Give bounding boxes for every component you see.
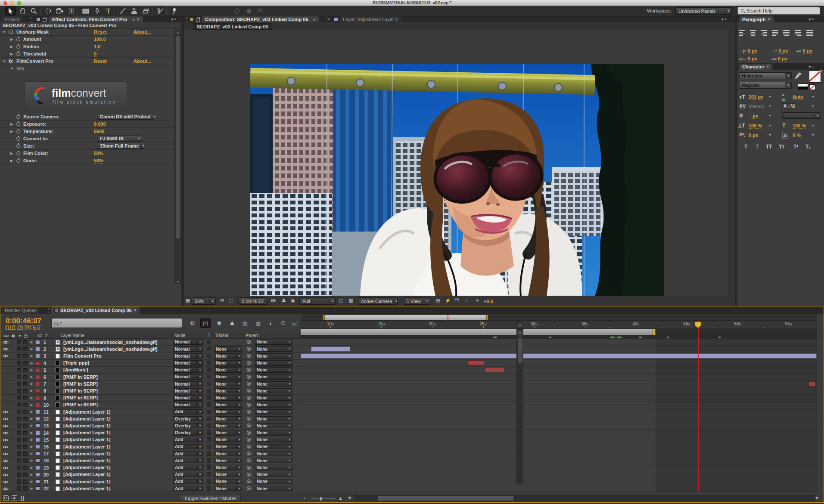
eye-icon[interactable] [3,452,9,456]
solo-checkbox[interactable] [17,347,21,351]
layer-label-chip[interactable] [36,410,40,414]
layer-duration-bar[interactable] [467,360,484,365]
subscript-button[interactable]: T₁ [805,144,811,150]
expand-arrow-icon[interactable]: ▶ [31,396,33,400]
solo-checkbox[interactable] [17,473,21,477]
layer-name[interactable]: [Adjustment Layer 1] [63,451,110,456]
lock-checkbox[interactable] [23,458,28,463]
solo-checkbox[interactable] [17,431,21,435]
close-icon[interactable]: ✕ [137,17,140,22]
selection-tool-icon[interactable] [5,6,16,15]
parent-dropdown[interactable]: None▼ [255,402,292,408]
work-area-bar[interactable] [301,329,656,335]
puppet-pin-tool-icon[interactable] [169,6,180,15]
pen-tool-icon[interactable] [92,6,103,15]
solo-checkbox[interactable] [17,424,21,428]
parent-dropdown[interactable]: None▼ [255,346,292,352]
3d-view-dropdown[interactable]: Active Camera▼ [358,297,398,305]
expand-arrow-icon[interactable]: ▶ [31,487,33,490]
timeline-zoom-slider[interactable] [311,498,336,499]
viewer-scrollbar[interactable] [728,30,735,296]
motion-blur-icon[interactable]: ▥ [240,318,250,328]
tab-paragraph[interactable]: Paragraph✕ [739,16,774,22]
breadcrumb[interactable]: SEORAPZ_v03 Linked Comp 05 [193,23,272,30]
eyedropper-icon[interactable] [795,72,801,79]
chevron-down-icon[interactable]: ▼ [768,95,771,98]
layer-name[interactable]: [PIMP in SERP] [63,402,98,407]
lock-checkbox[interactable] [23,340,28,344]
kerning-value[interactable]: Metrics [749,104,764,109]
panel-menu-icon[interactable]: ▼≡ [171,18,177,22]
layer-duration-bar[interactable] [485,367,504,372]
solo-checkbox[interactable] [17,410,21,414]
parent-dropdown[interactable]: None▼ [255,353,292,359]
table-row[interactable]: ▶ 19 [Adjustment Layer 1] Add▼ None▼ Non… [0,464,301,471]
solo-checkbox[interactable] [17,361,21,365]
lock-checkbox[interactable] [23,368,28,372]
chevron-down-icon[interactable]: ▼ [311,18,316,21]
zoom-slider-thumb[interactable] [319,496,322,501]
table-row[interactable]: ▶ 15 [Adjustment Layer 1] Add▼ None▼ Non… [0,436,301,443]
expand-arrow-icon[interactable]: ▶ [31,382,33,386]
layer-name[interactable]: [Triple ppp] [63,360,89,365]
clone-stamp-tool-icon[interactable] [129,6,140,15]
panel-gripper[interactable] [186,17,188,22]
layer-label-chip[interactable] [36,438,40,442]
preserve-transparency-checkbox[interactable] [207,472,211,476]
eye-icon[interactable] [3,417,9,421]
about-link[interactable]: About... [134,29,151,35]
search-help-input[interactable]: Search Help [737,7,820,15]
chevron-down-icon[interactable]: ▼ [812,95,815,98]
chevron-down-icon[interactable]: ▼ [812,133,815,136]
table-row[interactable]: ▶ 16 [Adjustment Layer 1] Add▼ None▼ Non… [0,443,301,450]
timeline-vertical-scrollbar[interactable] [516,331,523,484]
expand-arrow-icon[interactable]: ▶ [31,431,33,435]
parent-pickwhip-icon[interactable] [247,431,251,435]
close-icon[interactable]: ✕ [134,308,137,312]
close-icon[interactable]: ✕ [767,17,771,22]
expand-arrow-icon[interactable]: ▶ [31,417,33,421]
roto-brush-tool-icon[interactable] [155,6,165,15]
graph-editor-icon[interactable]: 📈︎ [290,318,300,328]
eye-icon[interactable] [3,424,9,428]
preserve-transparency-checkbox[interactable] [207,445,211,449]
parent-pickwhip-icon[interactable] [247,451,251,455]
parent-pickwhip-icon[interactable] [247,396,251,400]
solo-checkbox[interactable] [17,368,21,372]
font-family-dropdown[interactable]: Helvetica▼ [739,72,792,79]
layer-label-chip[interactable] [36,396,40,400]
layer-label-chip[interactable] [36,458,40,463]
layer-name[interactable]: [Adjustment Layer 1] [63,479,110,484]
parent-dropdown[interactable]: None▼ [255,479,292,485]
pixel-aspect-icon[interactable]: ▤ [435,298,440,303]
layer-label-chip[interactable] [36,445,40,449]
track-matte-dropdown[interactable]: None▼ [214,409,242,415]
parent-dropdown[interactable]: None▼ [255,340,292,345]
preserve-transparency-checkbox[interactable] [207,410,211,414]
superscript-button[interactable]: T¹ [793,144,798,150]
view-layout-dropdown[interactable]: 1 View▼ [404,297,430,305]
lock-checkbox[interactable] [23,354,28,358]
blend-mode-dropdown[interactable]: Normal▼ [173,367,203,373]
expand-layer-switches-icon[interactable] [3,495,9,501]
eye-icon[interactable] [3,410,9,414]
effect-header-filmconvert[interactable]: ▼ fx FilmConvert Pro Reset About... [0,58,174,65]
eye-icon[interactable] [3,340,9,344]
parent-pickwhip-icon[interactable] [247,382,251,386]
parent-dropdown[interactable]: None▼ [255,423,292,429]
expand-arrow-icon[interactable]: ▶ [10,45,13,49]
eye-icon[interactable] [3,354,9,358]
solo-checkbox[interactable] [17,486,21,491]
blend-mode-dropdown[interactable]: Normal▼ [173,395,203,401]
table-row[interactable]: ▶ 5 [AnnMarie] Normal▼ None▼ None▼ [0,367,301,374]
layer-label-chip[interactable] [36,354,40,358]
solo-checkbox[interactable] [17,403,21,407]
solo-checkbox[interactable] [17,382,21,386]
eye-icon[interactable] [3,487,9,491]
layer-name[interactable]: [PIMP in SERP] [63,374,98,380]
stopwatch-icon[interactable] [16,115,20,119]
exposure-value[interactable]: +0.0 [484,299,493,304]
stopwatch-icon[interactable] [16,152,20,155]
layer-name[interactable]: [Adjustment Layer 1] [63,437,110,442]
parent-dropdown[interactable]: None▼ [255,381,292,387]
